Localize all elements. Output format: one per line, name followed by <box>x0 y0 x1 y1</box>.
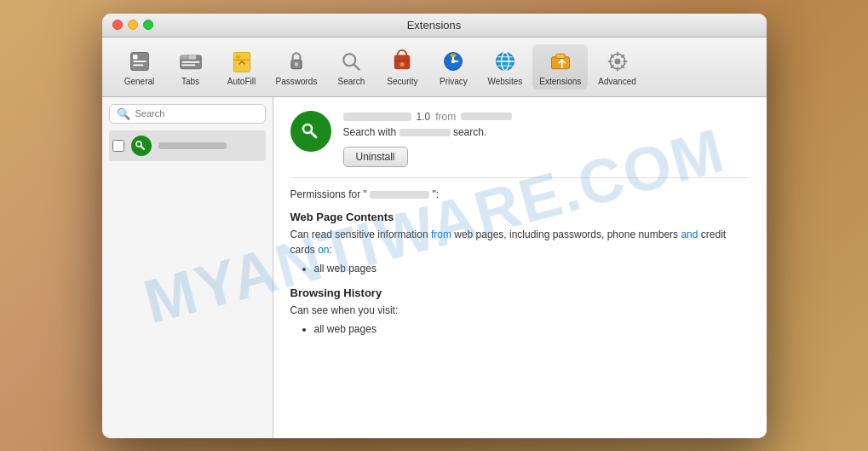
permissions-title: Permissions for " ": <box>290 188 750 200</box>
svg-point-18 <box>400 61 405 66</box>
minimize-button[interactable] <box>128 20 138 30</box>
security-label: Security <box>387 77 417 86</box>
uninstall-button[interactable]: Uninstall <box>343 147 408 167</box>
extension-info: 1.0 from Search with search. Uninstall <box>343 111 750 167</box>
extension-small-icon <box>131 136 152 156</box>
passwords-icon <box>283 48 310 75</box>
general-icon <box>126 48 153 75</box>
toolbar-item-search[interactable]: Search <box>327 44 375 90</box>
extension-source-placeholder <box>461 113 512 120</box>
permissions-label-end: ": <box>432 188 439 200</box>
autofill-label: AutoFill <box>227 77 256 86</box>
main-content: 🔍 <box>102 97 767 438</box>
extension-big-icon <box>290 111 331 152</box>
perm-group-browsing-history: Browsing History Can see when you visit:… <box>290 286 750 335</box>
tabs-label: Tabs <box>181 77 199 86</box>
extension-from: from <box>435 111 456 123</box>
perm-browsing-history-desc: Can see when you visit: <box>290 303 750 318</box>
svg-rect-3 <box>133 64 143 66</box>
perm-web-page-title: Web Page Contents <box>290 211 750 223</box>
privacy-label: Privacy <box>440 77 468 86</box>
toolbar-item-advanced[interactable]: Advanced <box>591 44 642 90</box>
window-title: Extensions <box>407 19 462 32</box>
svg-point-31 <box>614 58 620 64</box>
extension-name-bar <box>158 142 227 149</box>
perm-browsing-history-list: all web pages <box>290 323 750 335</box>
perm-web-page-list: all web pages <box>290 263 750 275</box>
search-with-placeholder <box>400 129 451 136</box>
window-controls <box>112 20 153 30</box>
main-window: Extensions General <box>102 14 767 438</box>
search-label: Search <box>338 77 365 86</box>
svg-rect-21 <box>451 54 457 57</box>
search-icon <box>337 48 365 75</box>
maximize-button[interactable] <box>143 20 153 30</box>
general-label: General <box>124 77 155 86</box>
svg-line-15 <box>354 64 359 69</box>
advanced-label: Advanced <box>598 77 635 86</box>
svg-rect-28 <box>556 54 566 58</box>
permissions-section: Permissions for " ": Web Page Contents C… <box>290 188 750 425</box>
extension-header: 1.0 from Search with search. Uninstall <box>290 111 750 178</box>
extension-list-item[interactable] <box>109 130 266 161</box>
advanced-icon <box>604 48 631 75</box>
extension-search-bar[interactable]: 🔍 <box>109 104 266 124</box>
perm-browsing-history-title: Browsing History <box>290 286 750 299</box>
svg-rect-1 <box>133 55 137 59</box>
toolbar-item-autofill[interactable]: AutoFill <box>218 44 266 90</box>
websites-label: Websites <box>487 77 522 86</box>
title-bar: Extensions <box>102 14 767 38</box>
toolbar: General Tabs <box>102 38 767 97</box>
svg-rect-6 <box>188 55 196 59</box>
perm-link-from: from <box>431 228 451 240</box>
perm-web-page-desc: Can read sensitive information from web … <box>290 227 750 257</box>
passwords-label: Passwords <box>276 77 318 86</box>
left-panel: 🔍 <box>102 97 273 438</box>
svg-rect-5 <box>180 55 187 59</box>
search-with-text: Search with <box>343 126 397 138</box>
toolbar-item-websites[interactable]: Websites <box>480 44 529 90</box>
security-icon <box>388 48 416 75</box>
svg-point-20 <box>451 59 455 62</box>
extension-version: 1.0 <box>417 111 431 123</box>
toolbar-item-security[interactable]: Security <box>378 44 426 90</box>
svg-rect-2 <box>133 61 147 62</box>
extension-checkbox[interactable] <box>112 140 124 152</box>
extension-search-input[interactable] <box>135 108 258 119</box>
permissions-label: Permissions for " <box>290 188 367 200</box>
right-panel: 1.0 from Search with search. Uninstall P… <box>273 97 767 438</box>
perm-browsing-history-list-item: all web pages <box>314 323 750 335</box>
perm-group-web-page-contents: Web Page Contents Can read sensitive inf… <box>290 211 750 275</box>
autofill-icon <box>228 48 256 75</box>
perm-web-page-list-item: all web pages <box>314 263 750 275</box>
perm-link-and: and <box>681 228 698 240</box>
tabs-icon <box>177 48 204 75</box>
privacy-icon <box>440 48 467 75</box>
search-small-icon: 🔍 <box>117 107 130 120</box>
extension-description: Search with search. <box>343 126 750 138</box>
extension-name-placeholder <box>343 113 411 121</box>
toolbar-item-passwords[interactable]: Passwords <box>269 44 325 90</box>
extensions-icon <box>547 48 574 75</box>
svg-rect-11 <box>236 55 240 59</box>
svg-rect-8 <box>181 64 195 66</box>
extension-title-row: 1.0 from <box>343 111 750 123</box>
svg-rect-7 <box>181 61 199 63</box>
websites-icon <box>491 48 519 75</box>
perm-link-on: on <box>318 244 329 256</box>
close-button[interactable] <box>112 20 123 30</box>
toolbar-item-privacy[interactable]: Privacy <box>429 44 477 90</box>
svg-point-13 <box>295 62 298 66</box>
permissions-name-placeholder <box>370 191 429 199</box>
search-period: search. <box>453 126 486 138</box>
extensions-label: Extensions <box>539 77 581 86</box>
toolbar-item-tabs[interactable]: Tabs <box>167 44 215 90</box>
toolbar-item-general[interactable]: General <box>116 44 164 90</box>
toolbar-item-extensions[interactable]: Extensions <box>532 44 588 90</box>
